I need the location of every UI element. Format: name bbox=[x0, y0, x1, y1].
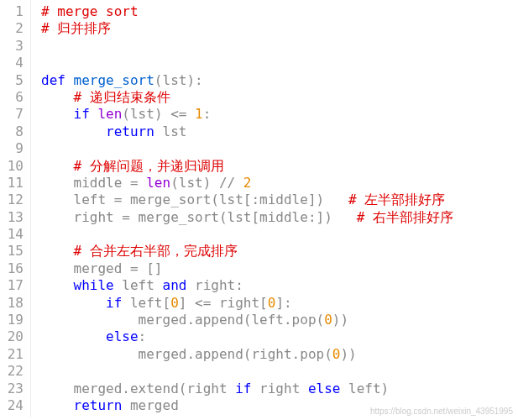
token: left[ bbox=[130, 295, 170, 311]
code-line: middle = len(lst) // 2 bbox=[41, 175, 518, 192]
code-line: merged.append(right.pop(0)) bbox=[41, 346, 518, 363]
token: (lst) // bbox=[170, 175, 243, 191]
code-line bbox=[41, 55, 518, 71]
code-line bbox=[41, 140, 518, 157]
token: merged.extend(right bbox=[74, 381, 236, 396]
line-number: 3 bbox=[0, 38, 24, 55]
token: ]: bbox=[275, 295, 291, 311]
token: while bbox=[74, 277, 123, 293]
token: )) bbox=[340, 346, 356, 362]
code-line: while left and right: bbox=[41, 277, 518, 294]
token: # 左半部排好序 bbox=[348, 192, 445, 207]
line-number: 9 bbox=[0, 140, 24, 157]
line-number: 6 bbox=[0, 89, 24, 106]
token: (lst) <= bbox=[122, 106, 195, 122]
token: lst bbox=[163, 123, 187, 139]
code-line: merged = [] bbox=[41, 260, 518, 277]
token: # merge sort bbox=[41, 3, 139, 19]
token: # 分解问题，并递归调用 bbox=[74, 158, 224, 174]
token: right: bbox=[195, 277, 243, 293]
token: if bbox=[74, 106, 98, 122]
line-number: 19 bbox=[0, 312, 24, 328]
token: # 递归结束条件 bbox=[74, 89, 170, 105]
token: merged.append(right.pop( bbox=[139, 346, 332, 362]
code-line: right = merge_sort(lst[middle:]) # 右半部排好… bbox=[41, 209, 518, 226]
code-line: merged.append(left.pop(0)) bbox=[41, 312, 518, 328]
code-line: def merge_sort(lst): bbox=[41, 72, 518, 89]
token: merged bbox=[130, 397, 179, 413]
code-line: merged.extend(right if right else left) bbox=[41, 381, 518, 397]
token: left = merge_sort(lst[:middle]) bbox=[74, 192, 349, 207]
token: # 合并左右半部，完成排序 bbox=[74, 243, 238, 259]
token: ] <= right[ bbox=[179, 295, 268, 311]
line-number: 15 bbox=[0, 243, 24, 260]
line-number: 11 bbox=[0, 175, 24, 192]
line-number: 7 bbox=[0, 106, 24, 123]
token: middle = bbox=[74, 175, 147, 191]
line-number: 12 bbox=[0, 192, 24, 208]
token: and bbox=[163, 277, 196, 293]
token: (lst): bbox=[154, 72, 203, 88]
token: # 右半部排好序 bbox=[357, 209, 453, 225]
token: else bbox=[106, 328, 139, 344]
token: left bbox=[122, 277, 162, 293]
token: left) bbox=[348, 381, 389, 396]
code-line: if left[0] <= right[0]: bbox=[41, 295, 518, 312]
token: : bbox=[203, 106, 212, 122]
token: if bbox=[235, 381, 259, 396]
token: def bbox=[41, 72, 74, 88]
line-number: 10 bbox=[0, 158, 24, 175]
token: len bbox=[97, 106, 122, 122]
code-line: # 归并排序 bbox=[41, 20, 518, 37]
token: 2 bbox=[243, 175, 252, 191]
watermark-text: https://blog.csdn.net/weixin_43951995 bbox=[370, 407, 513, 416]
code-line: return lst bbox=[41, 123, 518, 140]
line-number-gutter: 123456789101112131415161718192021222324 bbox=[0, 0, 31, 417]
line-number: 4 bbox=[0, 55, 24, 71]
line-number: 13 bbox=[0, 209, 24, 226]
code-line bbox=[41, 226, 518, 243]
token: merged = [] bbox=[74, 260, 163, 276]
code-line: if len(lst) <= 1: bbox=[41, 106, 518, 123]
token: if bbox=[106, 295, 130, 311]
token: 0 bbox=[170, 295, 179, 311]
token: right bbox=[259, 381, 308, 396]
code-line: # 合并左右半部，完成排序 bbox=[41, 243, 518, 260]
line-number: 18 bbox=[0, 295, 24, 312]
token: merged.append(left.pop( bbox=[139, 312, 325, 328]
token: # 归并排序 bbox=[41, 20, 111, 36]
token: else bbox=[308, 381, 348, 396]
code-line: else: bbox=[41, 328, 518, 345]
code-line: # merge sort bbox=[41, 3, 518, 20]
token: 0 bbox=[332, 346, 341, 362]
token: 1 bbox=[195, 106, 203, 122]
code-line: # 分解问题，并递归调用 bbox=[41, 158, 518, 175]
line-number: 22 bbox=[0, 363, 24, 380]
code-line: # 递归结束条件 bbox=[41, 89, 518, 106]
line-number: 21 bbox=[0, 346, 24, 363]
token: right = merge_sort(lst[middle:]) bbox=[74, 209, 357, 225]
code-area: # merge sort# 归并排序 def merge_sort(lst): … bbox=[31, 0, 518, 417]
token: return bbox=[74, 397, 130, 413]
line-number: 23 bbox=[0, 381, 24, 397]
token: : bbox=[139, 328, 147, 344]
line-number: 1 bbox=[0, 3, 24, 20]
line-number: 5 bbox=[0, 72, 24, 89]
token: return bbox=[106, 123, 162, 139]
code-line bbox=[41, 38, 518, 55]
line-number: 20 bbox=[0, 328, 24, 345]
token: 0 bbox=[268, 295, 276, 311]
line-number: 16 bbox=[0, 260, 24, 277]
line-number: 2 bbox=[0, 20, 24, 37]
code-line bbox=[41, 363, 518, 380]
token: )) bbox=[332, 312, 348, 328]
line-number: 14 bbox=[0, 226, 24, 243]
line-number: 17 bbox=[0, 277, 24, 294]
token: 0 bbox=[324, 312, 332, 328]
token: len bbox=[146, 175, 170, 191]
token: merge_sort bbox=[74, 72, 154, 88]
code-line: left = merge_sort(lst[:middle]) # 左半部排好序 bbox=[41, 192, 518, 208]
line-number: 8 bbox=[0, 123, 24, 140]
line-number: 24 bbox=[0, 397, 24, 414]
code-container: 123456789101112131415161718192021222324 … bbox=[0, 0, 518, 417]
